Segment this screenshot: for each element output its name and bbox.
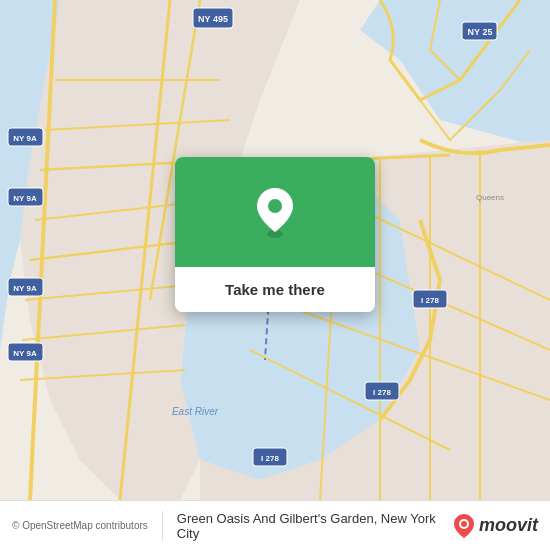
svg-text:I 278: I 278 — [261, 454, 279, 463]
svg-text:NY 9A: NY 9A — [13, 284, 37, 293]
card-green-header — [175, 157, 375, 267]
location-label: Green Oasis And Gilbert's Garden, New Yo… — [177, 511, 445, 541]
svg-point-47 — [268, 199, 282, 213]
svg-text:NY 9A: NY 9A — [13, 349, 37, 358]
svg-text:NY 9A: NY 9A — [13, 134, 37, 143]
svg-text:NY 25: NY 25 — [468, 27, 493, 37]
navigation-card: Take me there — [175, 157, 375, 312]
bottom-bar: © OpenStreetMap contributors Green Oasis… — [0, 500, 550, 550]
svg-point-49 — [461, 521, 467, 527]
svg-text:NY 9A: NY 9A — [13, 194, 37, 203]
svg-text:I 278: I 278 — [421, 296, 439, 305]
svg-text:East River: East River — [172, 406, 219, 417]
svg-text:NY 495: NY 495 — [198, 14, 228, 24]
moovit-text: moovit — [479, 515, 538, 536]
svg-text:Queens: Queens — [476, 193, 504, 202]
moovit-pin-icon — [453, 513, 475, 539]
svg-text:I 278: I 278 — [373, 388, 391, 397]
divider — [162, 511, 163, 541]
map-container: NY 495 NY 25 NY 9A NY 9A NY 9A NY 9A I 2… — [0, 0, 550, 500]
copyright-text: © OpenStreetMap contributors — [12, 520, 148, 531]
moovit-logo: moovit — [453, 513, 538, 539]
location-pin-icon — [253, 186, 297, 238]
take-me-there-button[interactable]: Take me there — [175, 267, 375, 312]
